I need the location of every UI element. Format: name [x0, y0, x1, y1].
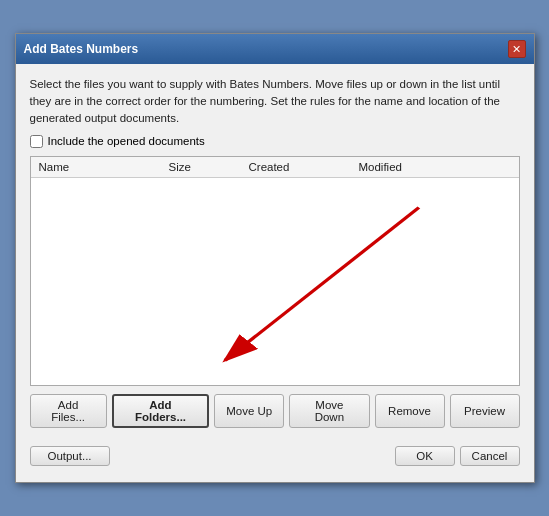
col-header-modified: Modified — [351, 159, 461, 175]
add-files-button[interactable]: Add Files... — [30, 394, 107, 428]
move-up-button[interactable]: Move Up — [214, 394, 284, 428]
close-button[interactable]: ✕ — [508, 40, 526, 58]
file-list-header: Name Size Created Modified — [31, 157, 519, 178]
dialog-window: Add Bates Numbers ✕ Select the files you… — [15, 33, 535, 482]
col-header-name: Name — [31, 159, 161, 175]
footer-right: OK Cancel — [395, 446, 520, 466]
arrow-overlay — [31, 178, 519, 385]
file-list[interactable]: Name Size Created Modified — [30, 156, 520, 386]
dialog-body: Select the files you want to supply with… — [16, 64, 534, 481]
col-header-size: Size — [161, 159, 241, 175]
description-text: Select the files you want to supply with… — [30, 76, 520, 126]
dialog-title: Add Bates Numbers — [24, 42, 139, 56]
ok-button[interactable]: OK — [395, 446, 455, 466]
include-opened-row: Include the opened documents — [30, 135, 520, 148]
add-folders-button[interactable]: Add Folders... — [112, 394, 210, 428]
title-bar: Add Bates Numbers ✕ — [16, 34, 534, 64]
col-header-created: Created — [241, 159, 351, 175]
move-down-button[interactable]: Move Down — [289, 394, 369, 428]
include-opened-checkbox[interactable] — [30, 135, 43, 148]
footer-left: Output... — [30, 446, 110, 466]
cancel-button[interactable]: Cancel — [460, 446, 520, 466]
include-opened-label: Include the opened documents — [48, 135, 205, 147]
remove-button[interactable]: Remove — [375, 394, 445, 428]
output-button[interactable]: Output... — [30, 446, 110, 466]
svg-line-1 — [224, 207, 418, 360]
action-buttons-row: Add Files... Add Folders... Move Up Move… — [30, 394, 520, 434]
footer-row: Output... OK Cancel — [30, 442, 520, 472]
file-list-body — [31, 178, 519, 385]
preview-button[interactable]: Preview — [450, 394, 520, 428]
